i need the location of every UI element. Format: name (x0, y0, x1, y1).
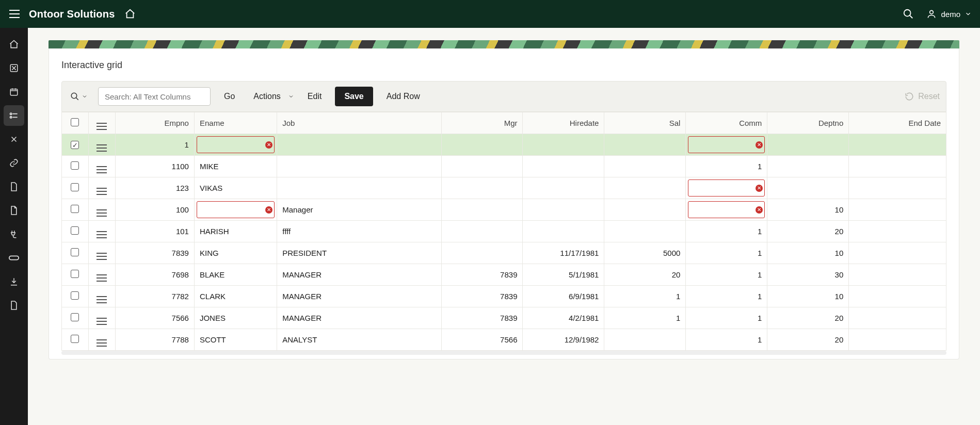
global-search-icon[interactable] (903, 8, 914, 20)
svg-point-0 (904, 10, 911, 17)
app-header: Ontoor Solutions demo (0, 0, 980, 28)
user-icon (926, 9, 937, 19)
user-menu[interactable]: demo (926, 9, 972, 19)
hamburger-icon[interactable] (8, 8, 21, 20)
svg-point-1 (930, 10, 934, 14)
app-brand: Ontoor Solutions (29, 8, 115, 20)
chevron-down-icon (965, 10, 972, 18)
home-icon[interactable] (124, 8, 136, 20)
user-name: demo (941, 10, 960, 19)
